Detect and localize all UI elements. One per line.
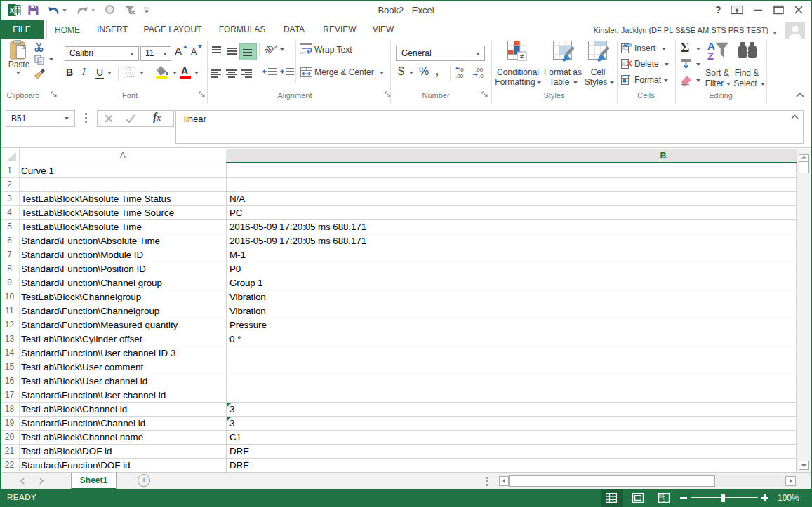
svg-text:.00: .00 bbox=[455, 73, 464, 79]
svg-text:≠: ≠ bbox=[519, 52, 524, 60]
svg-text:.0: .0 bbox=[479, 73, 484, 79]
svg-text:?: ? bbox=[715, 4, 721, 15]
svg-text:.00: .00 bbox=[475, 67, 484, 73]
svg-text:.0: .0 bbox=[459, 67, 464, 73]
